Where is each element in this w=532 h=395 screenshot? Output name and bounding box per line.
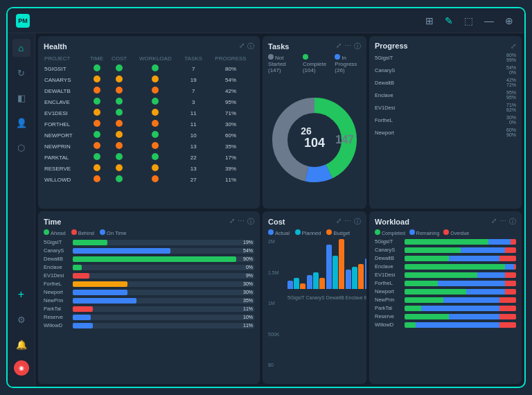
workload-dots[interactable]: ⋯ <box>499 217 506 227</box>
progress-rows: 5GigsIT 80% 99% CanaryS 54% 0% <box>375 53 516 203</box>
time-bar: 54% <box>73 248 254 254</box>
sidebar-item-plus[interactable]: + <box>12 286 30 304</box>
progress-expand[interactable]: ⤢ <box>511 42 516 50</box>
list-item: Newport <box>375 288 516 295</box>
sidebar-item-chart[interactable]: ◧ <box>12 89 30 107</box>
cost-bar-planned <box>313 272 319 289</box>
wl-completed-seg <box>405 322 416 328</box>
wl-completed-seg <box>405 289 466 295</box>
col-tasks: TASKS <box>179 54 207 63</box>
wl-remaining-seg <box>443 297 499 303</box>
sidebar-item-people[interactable]: 👤 <box>12 114 30 132</box>
tasks-count: 27 <box>179 174 207 185</box>
cost-info[interactable]: ⓘ <box>354 217 361 227</box>
workload-status <box>131 96 179 107</box>
project-name: ENCLAVE <box>44 96 86 107</box>
tasks-dots[interactable]: ⋯ <box>344 42 351 51</box>
time-project-label: Enclave <box>44 264 70 270</box>
time-status <box>86 141 107 152</box>
sidebar-item-refresh[interactable]: ↻ <box>12 64 30 82</box>
wl-completed-seg <box>405 297 443 303</box>
workload-status <box>131 141 179 152</box>
sidebar-item-folder[interactable]: ⬡ <box>12 139 30 157</box>
workload-status <box>131 152 179 163</box>
sidebar-item-settings[interactable]: ⚙ <box>12 310 30 328</box>
sidebar-item-alert[interactable]: 🔔 <box>12 335 30 353</box>
toolbar: PM ⊞ ✎ ⬚ — ⊕ <box>8 8 524 33</box>
cost-x-labels: 5GigsITCanarySDewaltBEnclaveEV1Desi <box>287 295 361 300</box>
project-name: NEWPORT <box>44 130 86 141</box>
time-bar: 10% <box>73 315 254 320</box>
progress-controls: ⤢ <box>511 42 516 50</box>
time-bar: 9% <box>73 273 254 279</box>
time-bar: 90% <box>73 256 254 262</box>
cost-bar-budget <box>300 283 305 289</box>
health-title: Health <box>44 42 67 51</box>
cost-status <box>107 96 132 107</box>
cost-bar-actual <box>365 258 366 289</box>
sidebar-item-home[interactable]: ⌂ <box>12 39 30 57</box>
wl-completed-seg <box>405 281 438 286</box>
time-expand[interactable]: ⤢ <box>229 217 235 227</box>
time-project-label: Newport <box>44 289 70 295</box>
workload-status <box>131 163 179 174</box>
health-info[interactable]: ⓘ <box>247 42 254 51</box>
tasks-count: 11 <box>179 107 207 119</box>
workload-project-label: FortheL <box>375 280 402 286</box>
workload-status <box>131 74 179 85</box>
time-project-label: DewaltB <box>44 256 70 262</box>
workload-info[interactable]: ⓘ <box>509 217 516 227</box>
time-project-label: WillowD <box>44 322 70 328</box>
workload-bar <box>405 322 516 328</box>
workload-bar <box>405 297 516 303</box>
time-status <box>86 130 107 141</box>
sidebar-item-user[interactable]: ◉ <box>14 360 29 376</box>
time-project-label: NewPrin <box>44 297 70 304</box>
table-row: FORTHEL 11 30% <box>44 119 254 130</box>
delete-button[interactable]: ⬚ <box>461 14 476 28</box>
cost-bar-actual <box>287 281 293 289</box>
add-button[interactable]: ⊕ <box>502 14 516 28</box>
time-info[interactable]: ⓘ <box>247 217 254 227</box>
table-row: EV1DESI 11 71% <box>44 107 254 119</box>
workload-project-label: CanaryS <box>375 247 402 253</box>
project-name: DEWALTB <box>44 85 86 96</box>
workload-legend: Completed Remaining Overdue <box>375 229 516 236</box>
tasks-info[interactable]: ⓘ <box>354 42 361 51</box>
cost-expand[interactable]: ⤢ <box>336 217 342 227</box>
progress-val2: 95% <box>504 95 516 100</box>
time-legend-ahead: Ahead <box>44 229 66 236</box>
workload-project-label: Reserve <box>375 313 402 319</box>
cost-dots[interactable]: ⋯ <box>344 217 351 227</box>
time-title: Time <box>44 218 61 226</box>
time-project-label: 5GigsIT <box>44 239 70 245</box>
cost-y-0: $0 <box>268 362 279 367</box>
tasks-count: 13 <box>179 141 207 152</box>
list-item: EV1Desi <box>375 272 516 278</box>
tasks-widget: Tasks ⤢ ⋯ ⓘ Not Started (147) Complete (… <box>263 36 366 209</box>
cost-y-2m: 2M <box>268 239 279 244</box>
edit-button[interactable]: ✎ <box>442 14 456 28</box>
cost-bar-group <box>365 242 366 289</box>
grid-button[interactable]: ⊞ <box>423 14 436 28</box>
time-val: 35% <box>243 298 253 304</box>
table-row: CANARYS 19 54% <box>44 74 254 85</box>
workload-project-label: DewaltB <box>375 255 402 261</box>
workload-status <box>131 174 179 185</box>
workload-expand[interactable]: ⤢ <box>491 217 497 227</box>
progress-val2: 72% <box>504 82 516 87</box>
wl-remaining-seg <box>477 272 505 278</box>
tasks-expand[interactable]: ⤢ <box>336 42 342 51</box>
wl-remaining-seg <box>438 281 505 286</box>
project-name: FORTHEL <box>44 119 86 130</box>
list-item: Reserve <box>375 313 516 319</box>
workload-project-label: WillowD <box>375 322 402 328</box>
list-item: Newport 60% 90% <box>375 128 516 137</box>
time-dots[interactable]: ⋯ <box>238 217 245 227</box>
progress-val1: 42% <box>504 78 516 82</box>
cost-controls: ⤢ ⋯ ⓘ <box>336 217 361 227</box>
minus-button[interactable]: — <box>481 14 497 28</box>
health-expand[interactable]: ⤢ <box>239 42 245 51</box>
cost-legend: Actual Planned Budget <box>268 229 361 236</box>
list-item: CanaryS <box>375 247 516 253</box>
